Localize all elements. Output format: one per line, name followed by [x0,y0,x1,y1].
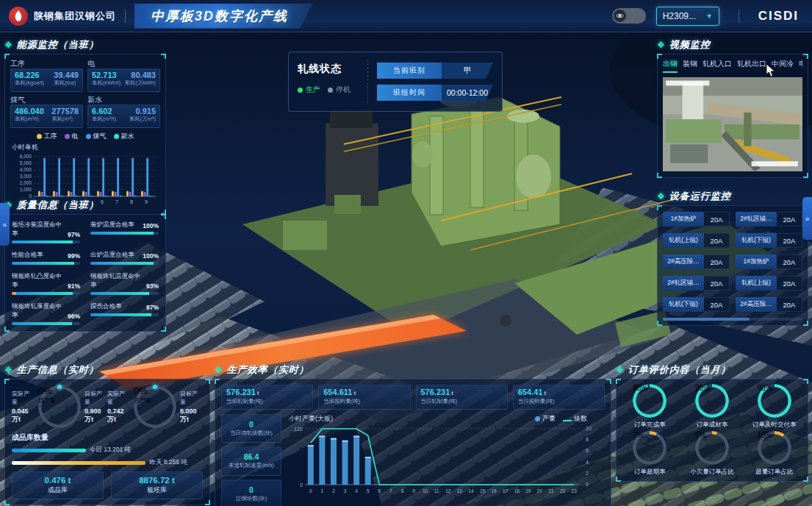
order-donut-label: 订单成材率 [697,421,728,430]
efficiency-title: 生产效率（实时） [227,363,309,377]
equipment-current-value: 20A [777,297,802,312]
svg-text:3: 3 [344,488,347,493]
video-tabs: 出钢装钢轧机入口轧机出口中间冷电动热 [663,59,802,73]
quality-progress-track [90,313,159,316]
quality-value: 99% [68,252,80,260]
stock-bar [12,461,145,465]
gauge-text: 95% [695,384,729,418]
collapse-panel-right-handle[interactable]: » [802,197,812,240]
quality-value: 97% [68,231,80,238]
quality-item-top: 出炉温度合格率100% [90,251,159,260]
corner-accent [803,477,808,482]
stock-bar [12,449,86,452]
quality-label: 钢板终轧凸度命中率 [12,272,68,290]
cctv-video-feed[interactable] [663,77,802,171]
panel-icon: ❖ [657,192,665,201]
energy-card: 工序68.226单耗(kgce/t)39.449累耗(tce) [10,59,83,92]
equipment-label-button[interactable]: 轧机(下辊) [663,297,704,312]
line-status-row-label: 当前班别 [377,63,442,79]
header-divider-2 [739,10,739,23]
corner-accent [161,54,166,59]
equipment-label-button[interactable]: 1#加热炉 [736,254,777,269]
video-tab-装钢[interactable]: 装钢 [683,59,697,73]
energy-value-right: 0.915累耗(万m³) [129,107,156,126]
energy-value-right: 277578累耗(m³) [51,107,79,126]
energy-card-name: 工序 [10,59,83,68]
equipment-label-button[interactable]: 1#加热炉 [663,212,704,227]
equipment-label-button[interactable]: 2#轧区辅… [663,276,704,291]
gauge-left-stat: 实际产量0.742 万t [107,390,130,424]
svg-text:2,000: 2,000 [20,180,32,185]
header-divider [125,10,126,23]
quality-item: 性能合格率99% [12,251,80,265]
energy-value-left: 68.226单耗(kgce/t) [15,71,44,90]
energy-unit: 累耗(万kWh) [125,79,157,87]
visibility-toggle[interactable] [612,8,646,24]
side-stat-label: 当日待轧块数(块) [230,430,273,437]
svg-text:15: 15 [480,488,486,493]
video-tab-出钢[interactable]: 出钢 [663,59,678,73]
equipment-label-button[interactable]: 轧机(上辊) [736,276,777,291]
quality-label: 探伤合格率 [90,302,122,311]
energy-value: 80.483 [125,71,157,79]
gauge-ring-wrap: 93% [758,384,791,418]
efficiency-stat-label: 当日投料量(吨) [518,398,600,405]
panel-energy: ❖ 能源监控（当班） 工序68.226单耗(kgce/t)39.449累耗(tc… [4,38,166,215]
company-name: 陕钢集团汉钢公司 [34,10,116,23]
side-stat-label: 末道轧制速度(m/s) [229,462,274,469]
cisdi-logo: CISDI [758,9,799,24]
svg-text:2: 2 [332,488,335,493]
svg-text:0: 0 [300,482,303,488]
equipment-label-button[interactable]: 2#高压除… [663,254,704,269]
legend-dot [37,134,42,139]
energy-card: 煤气486.040单耗(m³/t)277578累耗(m³) [10,95,83,128]
svg-text:6: 6 [378,488,381,493]
efficiency-stat-value: 654.41t [518,388,600,396]
legend-label: 产量 [542,414,556,424]
hourly-chart-legend: 产量块数 [535,414,587,424]
gauge-overlay: 95% [695,384,729,418]
svg-text:11: 11 [434,488,439,493]
gauge-percent: 95% [695,384,729,392]
energy-card-values: 6.602单耗(m³/t)0.915累耗(万m³) [87,104,160,128]
stat-label: 目标产量 [85,390,107,406]
mouse-cursor [766,63,776,78]
heat-number-select[interactable]: H2309... ▼ [656,7,719,26]
svg-text:8: 8 [401,488,404,493]
quality-progress-fill [90,292,149,295]
corner-accent [4,327,10,332]
energy-value: 486.040 [15,107,44,115]
collapse-panel-left-handle[interactable]: « [0,203,10,246]
svg-text:21: 21 [548,488,554,493]
equipment-scrollbar[interactable] [663,318,802,321]
equipment-label-button[interactable]: 2#高压除… [736,297,777,312]
equipment-label-button[interactable]: 2#轧区辅… [736,212,777,227]
production-gauge: 实际产量0.045 万t0%日产量目标产量0.900 万t [12,385,107,428]
orders-title: 订单评价内容（当月） [628,363,731,377]
gauge-left-stat: 实际产量0.045 万t [12,390,35,424]
energy-unit: 累耗(万m³) [129,115,156,123]
legend-label: 新水 [121,132,134,141]
corner-accent [657,54,662,59]
equipment-label-button[interactable]: 轧机(上辊) [663,233,704,248]
efficiency-stat-unit: t [257,390,259,396]
legend-dot [65,134,70,139]
production-gauge: 实际产量0.742 万t0%月产量目标产量5.000 万t [107,385,203,428]
energy-value-left: 486.040单耗(m³/t) [15,107,44,126]
quality-progress-track [12,292,80,295]
warehouse-card: 0.476 t成品库 [12,471,104,499]
energy-value-right: 80.483累耗(万kWh) [125,71,157,90]
quality-item: 钢板终轧温度命中率93% [90,272,159,295]
hourly-output-chart: 1200024681001234567891011121314151617181… [287,423,605,505]
video-tab-轧机出口[interactable]: 轧机出口 [737,59,766,73]
order-donut: 7%订单超期率 [619,431,680,477]
legend-item: 产量 [535,414,556,424]
video-tab-电动热[interactable]: 电动热 [799,59,802,73]
panel-icon: ❖ [215,366,223,374]
gauge-text: 93% [758,384,791,418]
video-tab-轧机入口[interactable]: 轧机入口 [703,59,732,73]
svg-text:20: 20 [537,488,543,493]
equipment-current-value: 20A [704,212,730,227]
line-status-row-value: 00:00-12:00 [442,85,493,101]
equipment-label-button[interactable]: 轧机(下辊) [736,233,777,248]
